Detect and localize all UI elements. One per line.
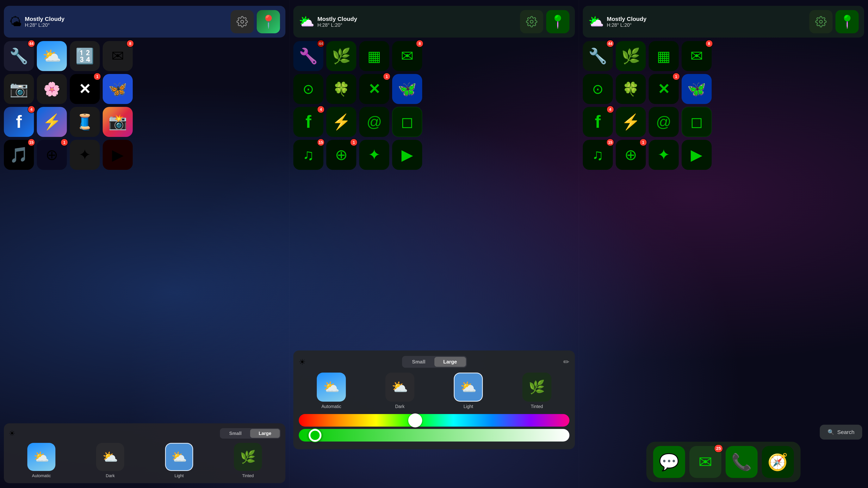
rainbow-slider-track[interactable] xyxy=(299,414,569,427)
app-instruments-col1[interactable]: 🔧 44 xyxy=(4,41,34,71)
large-popup-header: ☀ Small Large ✏ xyxy=(299,356,569,368)
small-popup-header: ☀ Small Large xyxy=(9,428,281,438)
search-button-area: 🔍 Search xyxy=(820,425,862,440)
large-popup-col2: ☀ Small Large ✏ ⛅ Automatic ⛅ Dark xyxy=(293,351,575,449)
app-tiktok-col2[interactable]: ♫ 15 xyxy=(293,140,323,170)
app-photos-col1[interactable]: 🌸 xyxy=(37,74,67,104)
dock-compass[interactable]: 🧭 xyxy=(762,446,794,478)
app-twitter-col3[interactable]: ✕ 1 xyxy=(649,74,679,104)
app-twitter-col2[interactable]: ✕ 1 xyxy=(359,74,389,104)
app-instagram-col1[interactable]: 📸 xyxy=(103,107,133,137)
app-photos-col3[interactable]: 🍀 xyxy=(616,74,646,104)
maps-icon-col2[interactable]: 📍 xyxy=(546,10,569,33)
style-tinted-large[interactable]: 🌿 Tinted xyxy=(504,372,569,409)
app-weather-col1[interactable]: ⛅ xyxy=(37,41,67,71)
app-instruments-col2[interactable]: 🔧 44 xyxy=(293,41,323,71)
style-dark-large[interactable]: ⛅ Dark xyxy=(367,372,432,409)
app-messenger-col2[interactable]: ⚡ xyxy=(326,107,356,137)
app-facebook-col3[interactable]: f 4 xyxy=(583,107,613,137)
style-dark-small[interactable]: ⛅ Dark xyxy=(78,443,143,478)
app-capacitor-col3[interactable]: ⊕ 1 xyxy=(616,140,646,170)
app-row-3-col1: f 4 ⚡ 🧵 📸 xyxy=(4,107,285,137)
app-threads-col1[interactable]: 🧵 xyxy=(70,107,100,137)
style-tinted-small[interactable]: 🌿 Tinted xyxy=(215,443,281,478)
svg-point-2 xyxy=(819,20,823,23)
size-toggle-large[interactable]: Small Large xyxy=(402,356,467,368)
green-slider-thumb[interactable] xyxy=(308,428,322,442)
style-light-large[interactable]: ⛅ Light xyxy=(436,372,501,409)
app-facebook-col1[interactable]: f 4 xyxy=(4,107,34,137)
app-row-2-col1: 📷 🌸 ✕ 1 🦋 xyxy=(4,74,285,104)
app-row-3-col3: f 4 ⚡ @ ◻ xyxy=(583,107,864,137)
app-youtube-col1[interactable]: ▶ xyxy=(103,140,133,170)
app-twitter-col1[interactable]: ✕ 1 xyxy=(70,74,100,104)
app-tiktok-col3[interactable]: ♫ 15 xyxy=(583,140,613,170)
app-calculator-col1[interactable]: 🔢 xyxy=(70,41,100,71)
green-slider-container xyxy=(299,429,569,442)
small-btn-small[interactable]: Small xyxy=(221,429,250,438)
maps-icon-col1[interactable]: 📍 xyxy=(257,10,280,33)
app-weather-col2[interactable]: 🌿 xyxy=(326,41,356,71)
style-auto-small[interactable]: ⛅ Automatic xyxy=(9,443,74,478)
sun-icon-small-col1: ☀ xyxy=(9,429,15,438)
settings-icon-col2[interactable] xyxy=(520,10,543,33)
weather-title-col3: Mostly Cloudy xyxy=(607,16,647,22)
app-row-4-col2: ♫ 15 ⊕ 1 ✦ ▶ xyxy=(293,140,575,170)
maps-icon-col3[interactable]: 📍 xyxy=(835,10,859,33)
app-tiktok-col1[interactable]: 🎵 15 xyxy=(4,140,34,170)
weather-info-col3: Mostly Cloudy H:28° L:20° xyxy=(607,16,647,28)
app-gmail-col1[interactable]: ✉ 8 xyxy=(103,41,133,71)
large-btn-small[interactable]: Large xyxy=(250,429,280,438)
app-bluesky-col1[interactable]: 🦋 xyxy=(103,74,133,104)
app-camera-col2[interactable]: ⊙ xyxy=(293,74,323,104)
app-capacitor-col1[interactable]: ⊕ 1 xyxy=(37,140,67,170)
panel-col2: ⛅ Mostly Cloudy H:28° L:20° 📍 xyxy=(289,0,579,488)
app-instagram-col3[interactable]: ◻ xyxy=(682,107,712,137)
app-youtube-col2[interactable]: ▶ xyxy=(392,140,422,170)
app-calculator-col2[interactable]: ▦ xyxy=(359,41,389,71)
settings-icon-col3[interactable] xyxy=(809,10,833,33)
dock-messages[interactable]: 💬 xyxy=(653,446,685,478)
app-messenger-col3[interactable]: ⚡ xyxy=(616,107,646,137)
panel-col1: 🌤 Mostly Cloudy H:28° L:20° 📍 xyxy=(0,0,289,488)
style-options-small: ⛅ Automatic ⛅ Dark ⛅ Light 🌿 Tinted xyxy=(9,443,281,478)
app-youtube-col3[interactable]: ▶ xyxy=(682,140,712,170)
app-activity-col1[interactable]: ✦ xyxy=(70,140,100,170)
app-calculator-col3[interactable]: ▦ xyxy=(649,41,679,71)
app-instagram-col2[interactable]: ◻ xyxy=(392,107,422,137)
app-gmail-col2[interactable]: ✉ 8 xyxy=(392,41,422,71)
style-auto-large[interactable]: ⛅ Automatic xyxy=(299,372,364,409)
main-layout: 🌤 Mostly Cloudy H:28° L:20° 📍 xyxy=(0,0,868,488)
green-slider-track[interactable] xyxy=(299,429,569,442)
dock-mail[interactable]: ✉ 25 xyxy=(689,446,721,478)
app-weather-col3[interactable]: 🌿 xyxy=(616,41,646,71)
app-camera-col1[interactable]: 📷 xyxy=(4,74,34,104)
weather-title-col1: Mostly Cloudy xyxy=(25,16,64,22)
app-capacitor-col2[interactable]: ⊕ 1 xyxy=(326,140,356,170)
app-camera-col3[interactable]: ⊙ xyxy=(583,74,613,104)
app-gmail-col3[interactable]: ✉ 8 xyxy=(682,41,712,71)
app-activity-col3[interactable]: ✦ xyxy=(649,140,679,170)
sun-icon-large: ☀ xyxy=(299,357,306,366)
rainbow-slider-thumb[interactable] xyxy=(408,414,422,427)
settings-icon-col1[interactable] xyxy=(230,10,254,33)
app-facebook-col2[interactable]: f 4 xyxy=(293,107,323,137)
dock-phone[interactable]: 📞 xyxy=(725,446,757,478)
app-threads-col2[interactable]: @ xyxy=(359,107,389,137)
weather-icon-col3: ⛅ xyxy=(588,14,604,29)
style-options-large: ⛅ Automatic ⛅ Dark ⛅ Light 🌿 Tinted xyxy=(299,372,569,409)
app-activity-col2[interactable]: ✦ xyxy=(359,140,389,170)
small-btn-large[interactable]: Small xyxy=(403,357,434,367)
app-messenger-col1[interactable]: ⚡ xyxy=(37,107,67,137)
app-photos-col2[interactable]: 🍀 xyxy=(326,74,356,104)
app-bluesky-col3[interactable]: 🦋 xyxy=(682,74,712,104)
app-threads-col3[interactable]: @ xyxy=(649,107,679,137)
panel-col1-content: 🌤 Mostly Cloudy H:28° L:20° 📍 xyxy=(0,0,289,488)
large-btn-large[interactable]: Large xyxy=(434,357,466,367)
search-button[interactable]: 🔍 Search xyxy=(820,425,862,440)
style-light-small[interactable]: ⛅ Light xyxy=(147,443,212,478)
size-toggle-small[interactable]: Small Large xyxy=(220,428,281,438)
pencil-icon[interactable]: ✏ xyxy=(563,358,569,366)
app-bluesky-col2[interactable]: 🦋 xyxy=(392,74,422,104)
app-instruments-col3[interactable]: 🔧 44 xyxy=(583,41,613,71)
